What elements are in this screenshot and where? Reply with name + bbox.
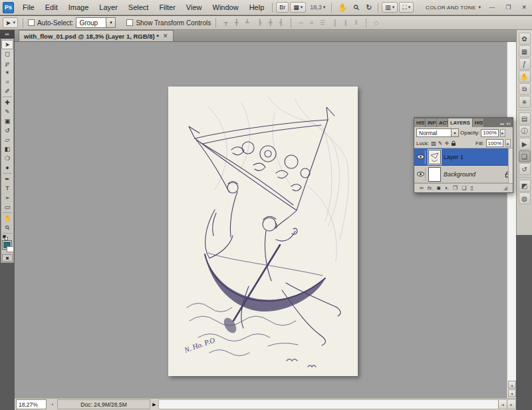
artwork-page[interactable]: N. Ho. P.O	[168, 87, 358, 376]
crop-tool[interactable]: ⌗	[1, 77, 13, 87]
tab-history[interactable]: HIST	[473, 118, 484, 127]
launch-bridge-button[interactable]: Br	[276, 2, 289, 13]
tab-info[interactable]: INFO	[426, 118, 437, 127]
vertical-scrollbar[interactable]: ▴ ▾	[507, 42, 516, 398]
eraser-tool[interactable]: ▱	[1, 135, 13, 144]
collapse-panel-icon[interactable]: ▸▸	[500, 121, 504, 126]
opacity-field[interactable]: 100%	[481, 129, 498, 137]
show-transform-checkbox[interactable]	[126, 19, 133, 26]
eyedropper-tool[interactable]: ✐	[1, 87, 13, 96]
close-button[interactable]: ✕	[519, 4, 529, 11]
menu-filter[interactable]: Filter	[154, 1, 180, 13]
color-panel-button[interactable]: ✿	[519, 33, 531, 45]
close-document-icon[interactable]: ✕	[163, 33, 168, 39]
layer-group-button[interactable]: ❐	[453, 185, 458, 191]
distribute-bottom-edges-button[interactable]: ☰	[317, 18, 327, 28]
layer-mask-button[interactable]: ◙	[437, 185, 440, 191]
blur-tool[interactable]: ❍	[1, 154, 13, 163]
styles-panel-button[interactable]: ƒ	[519, 58, 531, 70]
zoom-percent-field[interactable]: 18,27%	[16, 399, 47, 409]
navigator-panel-button[interactable]: ◍	[519, 192, 531, 204]
current-tool-preset[interactable]: ➤ ▾	[3, 17, 18, 28]
view-extras-button[interactable]: ▦ ▾	[290, 2, 306, 13]
minimize-button[interactable]: —	[486, 4, 497, 11]
visibility-toggle[interactable]	[416, 150, 426, 164]
horizontal-scrollbar[interactable]: ◂ ▸	[158, 399, 516, 409]
screen-mode-button[interactable]: ⛶ ▾	[399, 2, 414, 13]
blend-mode-dropdown[interactable]: Normal ▾	[416, 128, 459, 137]
link-layers-button[interactable]: ∞	[420, 185, 424, 191]
align-bottom-edges-button[interactable]: ┻	[242, 18, 252, 28]
distribute-horizontal-centers-button[interactable]: ∥	[340, 18, 350, 28]
zoom-tool[interactable]: ⚲	[1, 223, 13, 232]
layer-name[interactable]: Layer 1	[444, 154, 464, 160]
menu-layer[interactable]: Layer	[94, 1, 122, 13]
distribute-left-edges-button[interactable]: ║	[330, 18, 340, 28]
menu-edit[interactable]: Edit	[41, 1, 63, 13]
healing-brush-tool[interactable]: ✚	[1, 98, 13, 107]
scroll-right-button[interactable]: ▸	[507, 400, 515, 409]
default-colors-icon[interactable]	[3, 235, 9, 240]
swatches-panel-button[interactable]: ▦	[519, 45, 531, 57]
menu-view[interactable]: View	[182, 1, 207, 13]
hand-tool-button[interactable]: ✋	[335, 3, 350, 13]
menu-select[interactable]: Select	[124, 1, 154, 13]
layer-row-layer1[interactable]: Layer 1	[414, 148, 513, 166]
panel-resize-grip[interactable]: ◢	[503, 185, 507, 191]
info-panel-button[interactable]: ⓘ	[519, 125, 531, 137]
histogram-panel-button[interactable]: ▤	[519, 112, 531, 124]
lock-pixels-icon[interactable]: ✎	[438, 140, 443, 146]
move-tool[interactable]: ➤	[1, 40, 13, 49]
scroll-down-button[interactable]: ▾	[508, 389, 516, 397]
align-horizontal-centers-button[interactable]: ╋	[265, 18, 275, 28]
fill-spinner-icon[interactable]: ▸	[505, 139, 511, 147]
pen-tool[interactable]: ✒	[1, 174, 13, 184]
hand-tool[interactable]: ✋	[1, 214, 13, 223]
restore-button[interactable]: ❐	[503, 4, 513, 11]
fill-field[interactable]: 100%	[486, 139, 503, 147]
scroll-left-button[interactable]: ◂	[498, 400, 507, 409]
layer-comps-panel-button[interactable]: ⧉	[519, 83, 531, 95]
new-layer-button[interactable]: ❏	[462, 185, 466, 191]
tab-layers[interactable]: LAYERS	[448, 118, 473, 127]
history-brush-tool[interactable]: ↺	[1, 126, 13, 135]
auto-align-layers-button[interactable]: ◇	[371, 18, 381, 28]
distribute-top-edges-button[interactable]: ═	[296, 18, 306, 28]
path-selection-tool[interactable]: ➢	[1, 193, 13, 202]
adjustment-layer-button[interactable]: ◑.	[444, 185, 449, 191]
align-top-edges-button[interactable]: ┳	[221, 18, 231, 28]
quick-selection-tool[interactable]: ✴	[1, 68, 13, 77]
distribute-right-edges-button[interactable]: ‖	[351, 18, 361, 28]
auto-select-checkbox[interactable]	[28, 19, 35, 26]
tool-presets-panel-button[interactable]: ✋	[519, 71, 531, 83]
align-vertical-centers-button[interactable]: ╋	[231, 18, 241, 28]
background-color-swatch[interactable]	[7, 246, 14, 252]
lock-transparency-icon[interactable]: ▨	[431, 140, 436, 146]
clone-stamp-tool[interactable]: ▣	[1, 116, 13, 126]
zoom-level-control[interactable]: 18,3 ▾	[307, 3, 328, 11]
toolbox-collapse-button[interactable]: ▸▸	[0, 30, 15, 38]
align-right-edges-button[interactable]: ┫	[276, 18, 286, 28]
status-popup-button[interactable]: ▶	[150, 399, 158, 410]
brush-tool[interactable]: ✎	[1, 107, 13, 116]
history-panel-button[interactable]: ↺	[519, 163, 531, 175]
lasso-tool[interactable]: ℘	[1, 59, 13, 68]
tab-actions[interactable]: ACT	[437, 118, 448, 127]
type-tool[interactable]: T	[1, 184, 13, 193]
layer-name[interactable]: Background	[444, 171, 475, 178]
document-tab[interactable]: with_flow_01.psd @ 18,3% (Layer 1, RGB/8…	[19, 30, 174, 41]
lock-position-icon[interactable]: ✛	[444, 140, 449, 146]
quick-mask-button[interactable]: ◙	[2, 254, 13, 262]
gradient-tool[interactable]: ◧	[1, 144, 13, 154]
visibility-toggle[interactable]	[416, 168, 426, 181]
menu-file[interactable]: File	[18, 1, 39, 13]
layers-list-scrollbar[interactable]	[508, 148, 513, 183]
menu-window[interactable]: Window	[208, 1, 243, 13]
dodge-tool[interactable]: ●	[1, 163, 13, 172]
masks-panel-button[interactable]: ◩	[519, 180, 531, 192]
panel-menu-icon[interactable]: ▾≡	[506, 121, 511, 126]
marquee-tool[interactable]: ◻	[1, 49, 13, 59]
menu-image[interactable]: Image	[64, 1, 94, 13]
tab-histogram[interactable]: HIST	[414, 118, 426, 127]
delete-layer-button[interactable]: ▯	[470, 185, 473, 191]
